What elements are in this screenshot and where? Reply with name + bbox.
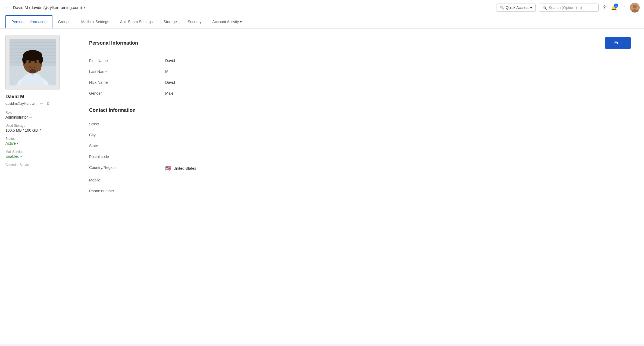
email-copy-button[interactable]: ⧉: [46, 101, 50, 106]
country-row: 🇺🇸 United States: [165, 165, 631, 171]
sidebar-mail-service-field: Mail Service Enabled ▾: [5, 150, 70, 159]
sidebar-calendar-service-field: Calendar Service: [5, 163, 70, 167]
svg-point-15: [29, 61, 31, 63]
field-label: Street: [89, 119, 165, 129]
account-activity-chevron: ▾: [240, 20, 242, 24]
main-layout: David M davidm@zylkertrai... ✏ ⧉ Role Ad…: [0, 29, 644, 344]
mail-service-arrow: ▾: [20, 155, 22, 158]
search-box[interactable]: 🔍 Search (Option + q): [539, 4, 599, 12]
tab-mailbox-settings[interactable]: Mailbox Settings: [76, 16, 115, 28]
search-icon: 🔍: [500, 5, 504, 10]
svg-rect-6: [10, 45, 56, 46]
table-row: State: [89, 140, 631, 151]
status-arrow: ▾: [17, 142, 18, 145]
help-button[interactable]: ?: [602, 4, 607, 11]
refresh-icon[interactable]: ↻: [39, 128, 43, 132]
personal-info-table: First Name David Last Name M Nick Name D…: [89, 55, 631, 99]
table-row: First Name David: [89, 55, 631, 66]
field-value: David: [165, 55, 631, 66]
role-value-row: Administrator ✏: [5, 115, 70, 119]
svg-point-18: [22, 55, 27, 64]
field-value: [165, 175, 631, 186]
svg-point-16: [35, 61, 37, 63]
search-icon-inner: 🔍: [542, 5, 547, 10]
header: ← David M (davidm@zylkertraining.com) ▾ …: [0, 0, 644, 15]
used-storage-value: 100.5 MB / 100 GB: [5, 128, 38, 132]
table-row: Postal code: [89, 151, 631, 162]
tab-personal-information[interactable]: Personal Information: [5, 15, 52, 28]
role-value: Administrator: [5, 115, 28, 119]
contact-info-title: Contact Information: [89, 107, 631, 113]
svg-rect-7: [10, 48, 56, 50]
field-value: [165, 186, 631, 196]
back-button[interactable]: ←: [4, 4, 10, 11]
mail-service-value: Enabled: [5, 154, 19, 159]
country-value: United States: [173, 166, 196, 171]
avatar[interactable]: [630, 3, 640, 13]
svg-point-19: [39, 55, 43, 64]
field-label: Mobile: [89, 175, 165, 186]
sidebar-storage-field: Used Storage 100.5 MB / 100 GB ↻: [5, 124, 70, 132]
tab-account-activity[interactable]: Account Activity ▾: [207, 16, 247, 28]
sidebar-role-field: Role Administrator ✏: [5, 111, 70, 119]
field-value: Male: [165, 88, 631, 99]
field-label: First Name: [89, 55, 165, 66]
account-chevron: ▾: [84, 6, 85, 10]
table-row: Phone number: [89, 186, 631, 196]
storage-row: 100.5 MB / 100 GB ↻: [5, 128, 70, 132]
field-label: Postal code: [89, 151, 165, 162]
status-label: Status: [5, 137, 70, 141]
field-value: [165, 140, 631, 151]
table-row: City: [89, 129, 631, 140]
table-row: Nick Name David: [89, 77, 631, 88]
personal-info-header: Personal Information Edit: [89, 37, 631, 49]
email-edit-button[interactable]: ✏: [40, 101, 44, 106]
sidebar: David M davidm@zylkertrai... ✏ ⧉ Role Ad…: [0, 29, 76, 344]
table-row: Street: [89, 119, 631, 129]
edit-button[interactable]: Edit: [605, 37, 631, 49]
field-label: City: [89, 129, 165, 140]
status-dropdown[interactable]: Active ▾: [5, 141, 70, 146]
tab-anti-spam-settings[interactable]: Anti-Spam Settings: [115, 16, 158, 28]
table-row: Gender Male: [89, 88, 631, 99]
tab-groups[interactable]: Groups: [52, 16, 76, 28]
help-icon: ?: [603, 5, 606, 10]
field-label: State: [89, 140, 165, 151]
svg-rect-5: [10, 42, 56, 43]
personal-info-title: Personal Information: [89, 40, 138, 46]
role-edit-icon[interactable]: ✏: [29, 115, 32, 119]
tab-security[interactable]: Security: [182, 16, 207, 28]
profile-photo: [10, 39, 56, 85]
field-label: Phone number: [89, 186, 165, 196]
search-placeholder-text: Search (Option + q): [549, 5, 582, 10]
field-value: 🇺🇸 United States: [165, 162, 631, 175]
nav-tabs: Personal Information Groups Mailbox Sett…: [0, 15, 644, 29]
avatar-image: [630, 3, 640, 13]
field-value: [165, 129, 631, 140]
field-value: [165, 151, 631, 162]
mail-service-dropdown[interactable]: Enabled ▾: [5, 154, 70, 159]
svg-point-1: [633, 5, 637, 8]
contact-info-table: Street City State Postal code Country/Re…: [89, 119, 631, 196]
profile-photo-container: [5, 35, 60, 89]
field-label: Country/Region: [89, 162, 165, 175]
status-value: Active: [5, 141, 16, 146]
profile-email-row: davidm@zylkertrai... ✏ ⧉: [5, 101, 70, 106]
notifications-button[interactable]: 🔔 1: [610, 4, 618, 12]
quick-access-button[interactable]: 🔍 Quick Access ▾: [496, 4, 536, 12]
content-area: Personal Information Edit First Name Dav…: [76, 29, 644, 344]
field-label: Nick Name: [89, 77, 165, 88]
svg-point-21: [35, 66, 41, 71]
notification-badge: 1: [614, 4, 618, 8]
home-icon: ⌂: [623, 5, 626, 10]
account-selector[interactable]: David M (davidm@zylkertraining.com) ▾: [13, 5, 85, 10]
field-value: M: [165, 66, 631, 77]
svg-point-20: [29, 69, 36, 73]
table-row: Mobile: [89, 175, 631, 186]
calendar-service-label: Calendar Service: [5, 163, 70, 167]
role-label: Role: [5, 111, 70, 115]
tab-storage[interactable]: Storage: [158, 16, 182, 28]
home-button[interactable]: ⌂: [621, 4, 627, 11]
field-label: Last Name: [89, 66, 165, 77]
profile-email: davidm@zylkertrai...: [5, 101, 37, 106]
